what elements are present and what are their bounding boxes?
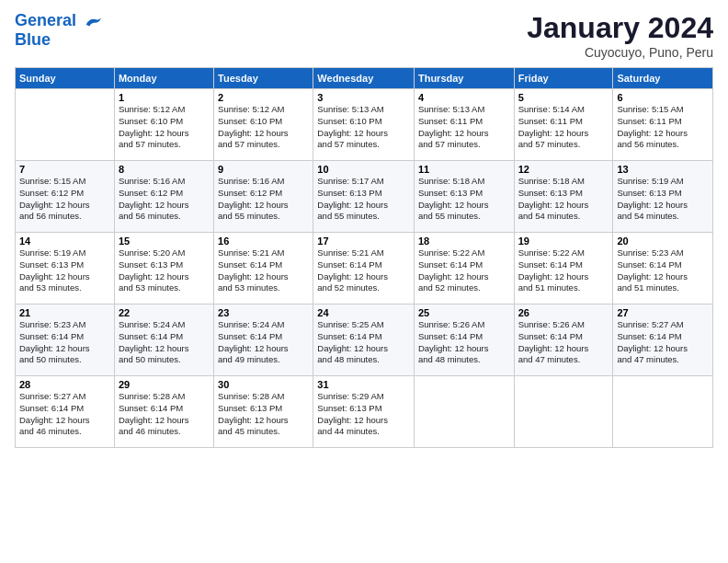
day-info: Sunrise: 5:12 AM Sunset: 6:10 PM Dayligh…	[218, 104, 309, 151]
day-info: Sunrise: 5:15 AM Sunset: 6:12 PM Dayligh…	[19, 176, 110, 223]
calendar-cell: 31Sunrise: 5:29 AM Sunset: 6:13 PM Dayli…	[313, 376, 415, 448]
day-info: Sunrise: 5:20 AM Sunset: 6:13 PM Dayligh…	[119, 247, 210, 294]
day-info: Sunrise: 5:12 AM Sunset: 6:10 PM Dayligh…	[119, 104, 210, 151]
day-number: 3	[317, 92, 410, 103]
calendar-week-row: 21Sunrise: 5:23 AM Sunset: 6:14 PM Dayli…	[16, 304, 713, 376]
calendar-cell: 19Sunrise: 5:22 AM Sunset: 6:14 PM Dayli…	[514, 233, 613, 304]
calendar-cell: 14Sunrise: 5:19 AM Sunset: 6:13 PM Dayli…	[16, 233, 115, 304]
day-number: 2	[218, 92, 309, 103]
day-info: Sunrise: 5:19 AM Sunset: 6:13 PM Dayligh…	[617, 176, 709, 223]
day-number: 31	[317, 379, 410, 390]
day-number: 30	[218, 379, 309, 390]
day-number: 29	[119, 379, 210, 390]
calendar-cell: 23Sunrise: 5:24 AM Sunset: 6:14 PM Dayli…	[214, 304, 313, 376]
day-info: Sunrise: 5:24 AM Sunset: 6:14 PM Dayligh…	[218, 319, 309, 366]
calendar-cell: 9Sunrise: 5:16 AM Sunset: 6:12 PM Daylig…	[214, 161, 313, 233]
day-number: 6	[617, 92, 709, 103]
calendar-header-row: SundayMondayTuesdayWednesdayThursdayFrid…	[16, 68, 713, 89]
title-block: January 2024 Cuyocuyo, Puno, Peru	[527, 11, 713, 60]
calendar-week-row: 1Sunrise: 5:12 AM Sunset: 6:10 PM Daylig…	[16, 89, 713, 161]
calendar-cell: 5Sunrise: 5:14 AM Sunset: 6:11 PM Daylig…	[514, 89, 613, 161]
calendar-cell: 10Sunrise: 5:17 AM Sunset: 6:13 PM Dayli…	[313, 161, 415, 233]
header: General Blue January 2024 Cuyocuyo, Puno…	[15, 11, 713, 60]
column-header-wednesday: Wednesday	[313, 68, 415, 89]
day-number: 15	[119, 236, 210, 247]
calendar-cell: 16Sunrise: 5:21 AM Sunset: 6:14 PM Dayli…	[214, 233, 313, 304]
day-info: Sunrise: 5:21 AM Sunset: 6:14 PM Dayligh…	[218, 247, 309, 294]
month-title: January 2024	[527, 11, 713, 45]
day-number: 10	[317, 164, 410, 175]
day-info: Sunrise: 5:18 AM Sunset: 6:13 PM Dayligh…	[418, 176, 510, 223]
day-info: Sunrise: 5:16 AM Sunset: 6:12 PM Dayligh…	[218, 176, 309, 223]
day-info: Sunrise: 5:29 AM Sunset: 6:13 PM Dayligh…	[317, 391, 410, 438]
day-number: 24	[317, 307, 410, 318]
page-container: General Blue January 2024 Cuyocuyo, Puno…	[0, 0, 728, 563]
calendar-cell: 6Sunrise: 5:15 AM Sunset: 6:11 PM Daylig…	[613, 89, 713, 161]
calendar-cell: 27Sunrise: 5:27 AM Sunset: 6:14 PM Dayli…	[613, 304, 713, 376]
day-number: 16	[218, 236, 309, 247]
calendar-week-row: 7Sunrise: 5:15 AM Sunset: 6:12 PM Daylig…	[16, 161, 713, 233]
day-info: Sunrise: 5:24 AM Sunset: 6:14 PM Dayligh…	[119, 319, 210, 366]
day-number: 1	[119, 92, 210, 103]
day-info: Sunrise: 5:23 AM Sunset: 6:14 PM Dayligh…	[19, 319, 110, 366]
calendar-cell: 17Sunrise: 5:21 AM Sunset: 6:14 PM Dayli…	[313, 233, 415, 304]
day-info: Sunrise: 5:25 AM Sunset: 6:14 PM Dayligh…	[317, 319, 410, 366]
day-info: Sunrise: 5:17 AM Sunset: 6:13 PM Dayligh…	[317, 176, 410, 223]
logo-bird-icon	[83, 11, 103, 31]
column-header-thursday: Thursday	[414, 68, 514, 89]
calendar-cell	[613, 376, 713, 448]
calendar-cell: 22Sunrise: 5:24 AM Sunset: 6:14 PM Dayli…	[114, 304, 213, 376]
calendar-cell: 8Sunrise: 5:16 AM Sunset: 6:12 PM Daylig…	[114, 161, 213, 233]
calendar-cell: 30Sunrise: 5:28 AM Sunset: 6:13 PM Dayli…	[214, 376, 313, 448]
day-info: Sunrise: 5:13 AM Sunset: 6:10 PM Dayligh…	[317, 104, 410, 151]
day-number: 23	[218, 307, 309, 318]
day-info: Sunrise: 5:26 AM Sunset: 6:14 PM Dayligh…	[418, 319, 510, 366]
day-info: Sunrise: 5:21 AM Sunset: 6:14 PM Dayligh…	[317, 247, 410, 294]
calendar-cell: 21Sunrise: 5:23 AM Sunset: 6:14 PM Dayli…	[16, 304, 115, 376]
calendar-cell: 29Sunrise: 5:28 AM Sunset: 6:14 PM Dayli…	[114, 376, 213, 448]
calendar-cell: 1Sunrise: 5:12 AM Sunset: 6:10 PM Daylig…	[114, 89, 213, 161]
calendar-cell	[16, 89, 115, 161]
day-number: 25	[418, 307, 510, 318]
calendar-week-row: 28Sunrise: 5:27 AM Sunset: 6:14 PM Dayli…	[16, 376, 713, 448]
day-number: 22	[119, 307, 210, 318]
calendar-cell: 7Sunrise: 5:15 AM Sunset: 6:12 PM Daylig…	[16, 161, 115, 233]
column-header-sunday: Sunday	[16, 68, 115, 89]
day-info: Sunrise: 5:27 AM Sunset: 6:14 PM Dayligh…	[617, 319, 709, 366]
calendar-cell: 13Sunrise: 5:19 AM Sunset: 6:13 PM Dayli…	[613, 161, 713, 233]
day-number: 21	[19, 307, 110, 318]
day-info: Sunrise: 5:22 AM Sunset: 6:14 PM Dayligh…	[518, 247, 609, 294]
day-number: 5	[518, 92, 609, 103]
column-header-saturday: Saturday	[613, 68, 713, 89]
column-header-monday: Monday	[114, 68, 213, 89]
day-number: 9	[218, 164, 309, 175]
location-subtitle: Cuyocuyo, Puno, Peru	[527, 45, 713, 60]
day-info: Sunrise: 5:14 AM Sunset: 6:11 PM Dayligh…	[518, 104, 609, 151]
calendar-table: SundayMondayTuesdayWednesdayThursdayFrid…	[15, 67, 713, 448]
day-info: Sunrise: 5:16 AM Sunset: 6:12 PM Dayligh…	[119, 176, 210, 223]
day-info: Sunrise: 5:28 AM Sunset: 6:13 PM Dayligh…	[218, 391, 309, 438]
logo-text: General	[15, 11, 103, 31]
day-number: 14	[19, 236, 110, 247]
day-info: Sunrise: 5:18 AM Sunset: 6:13 PM Dayligh…	[518, 176, 609, 223]
day-info: Sunrise: 5:15 AM Sunset: 6:11 PM Dayligh…	[617, 104, 709, 151]
calendar-cell	[414, 376, 514, 448]
day-info: Sunrise: 5:26 AM Sunset: 6:14 PM Dayligh…	[518, 319, 609, 366]
logo-blue: Blue	[15, 31, 103, 50]
day-number: 11	[418, 164, 510, 175]
calendar-cell: 18Sunrise: 5:22 AM Sunset: 6:14 PM Dayli…	[414, 233, 514, 304]
day-number: 13	[617, 164, 709, 175]
logo: General Blue	[15, 11, 103, 50]
day-info: Sunrise: 5:23 AM Sunset: 6:14 PM Dayligh…	[617, 247, 709, 294]
calendar-cell: 26Sunrise: 5:26 AM Sunset: 6:14 PM Dayli…	[514, 304, 613, 376]
calendar-cell: 12Sunrise: 5:18 AM Sunset: 6:13 PM Dayli…	[514, 161, 613, 233]
day-info: Sunrise: 5:28 AM Sunset: 6:14 PM Dayligh…	[119, 391, 210, 438]
calendar-cell: 20Sunrise: 5:23 AM Sunset: 6:14 PM Dayli…	[613, 233, 713, 304]
calendar-cell: 11Sunrise: 5:18 AM Sunset: 6:13 PM Dayli…	[414, 161, 514, 233]
day-info: Sunrise: 5:22 AM Sunset: 6:14 PM Dayligh…	[418, 247, 510, 294]
calendar-cell: 25Sunrise: 5:26 AM Sunset: 6:14 PM Dayli…	[414, 304, 514, 376]
day-number: 26	[518, 307, 609, 318]
calendar-cell: 24Sunrise: 5:25 AM Sunset: 6:14 PM Dayli…	[313, 304, 415, 376]
day-number: 19	[518, 236, 609, 247]
day-number: 12	[518, 164, 609, 175]
